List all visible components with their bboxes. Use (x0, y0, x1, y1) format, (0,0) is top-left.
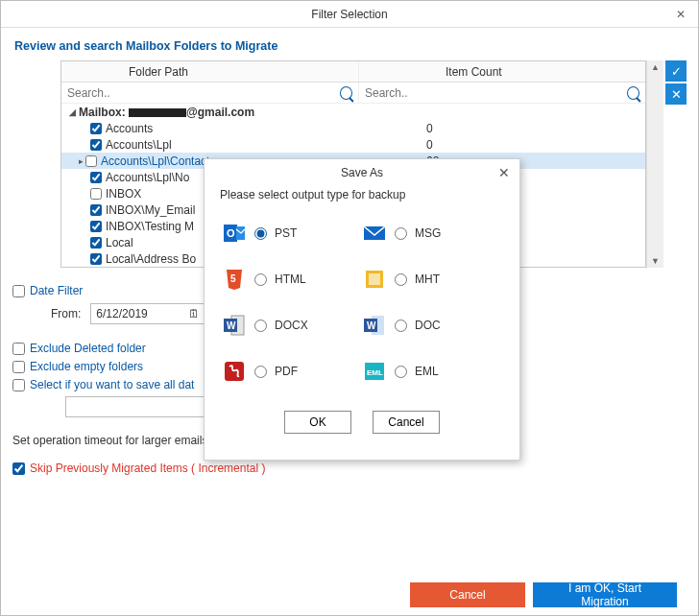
section-title: Review and search Mailbox Folders to Mig… (14, 39, 687, 53)
mail-icon (362, 221, 387, 246)
close-icon[interactable]: ✕ (498, 165, 510, 180)
option-html[interactable]: 5 HTML (222, 267, 362, 292)
table-row[interactable]: Accounts\Lpl0 (61, 136, 645, 153)
output-options-grid: O PST MSG 5 HTML MHT W DOCX W DOC (205, 213, 519, 384)
option-label: PDF (275, 365, 298, 378)
search-row (61, 83, 645, 104)
mht-icon (362, 267, 387, 292)
date-filter-checkbox[interactable] (12, 285, 25, 297)
word-icon: W (362, 313, 387, 338)
row-checkbox[interactable] (85, 155, 97, 167)
titlebar: Filter Selection ✕ (1, 1, 698, 28)
option-radio[interactable] (395, 320, 407, 332)
svg-text:O: O (227, 227, 235, 239)
skip-prev-label: Skip Previously Migrated Items ( Increme… (30, 462, 265, 475)
search-folder-cell (61, 83, 359, 103)
option-label: DOCX (275, 319, 308, 332)
svg-text:5: 5 (230, 273, 236, 284)
scroll-up-icon[interactable]: ▲ (651, 60, 660, 74)
close-icon[interactable]: ✕ (671, 5, 690, 24)
row-checkbox[interactable] (90, 139, 102, 151)
option-radio[interactable] (254, 273, 267, 286)
option-doc[interactable]: W DOC (362, 313, 502, 338)
option-label: MSG (415, 226, 441, 240)
modal-titlebar: Save As ✕ (205, 159, 519, 186)
row-checkbox[interactable] (90, 123, 102, 134)
date-filter-label: Date Filter (30, 284, 83, 297)
row-checkbox[interactable] (90, 204, 102, 216)
window-title: Filter Selection (311, 8, 387, 21)
svg-text:W: W (367, 320, 376, 331)
search-count-input[interactable] (365, 86, 627, 100)
modal-subtitle: Please select output type for backup (205, 186, 519, 213)
option-label: PST (275, 226, 297, 240)
mailbox-prefix: Mailbox: (79, 106, 126, 119)
option-label: MHT (415, 272, 440, 286)
option-radio[interactable] (254, 227, 267, 240)
row-checkbox[interactable] (90, 253, 102, 265)
row-checkbox[interactable] (90, 172, 102, 183)
col-header-count: Item Count (359, 61, 645, 82)
modal-buttons: OK Cancel (205, 411, 519, 434)
svg-text:W: W (227, 320, 236, 331)
save-as-dialog: Save As ✕ Please select output type for … (204, 158, 520, 461)
scrollbar[interactable]: ▲ ▼ (646, 60, 663, 268)
option-radio[interactable] (395, 227, 407, 240)
exclude-empty-label: Exclude empty folders (30, 360, 143, 373)
outlook-icon: O (222, 221, 247, 246)
search-icon[interactable] (340, 86, 352, 100)
html5-icon: 5 (222, 267, 247, 292)
exclude-empty-checkbox[interactable] (12, 361, 25, 373)
mailbox-suffix: @gmail.com (186, 106, 254, 119)
option-pst[interactable]: O PST (222, 221, 362, 246)
check-all-button[interactable]: ✓ (665, 60, 687, 82)
from-date-input[interactable]: 6/12/2019 🗓 (90, 303, 205, 324)
start-migration-button[interactable]: I am OK, Start Migration (533, 582, 677, 607)
calendar-icon[interactable]: 🗓 (188, 307, 200, 320)
row-pointer-icon: ▸ (79, 156, 84, 166)
col-header-folder: Folder Path (61, 61, 359, 82)
scroll-down-icon[interactable]: ▼ (651, 254, 660, 268)
ok-button[interactable]: OK (284, 411, 351, 434)
mailbox-root[interactable]: ◢ Mailbox: @gmail.com (61, 104, 645, 120)
option-docx[interactable]: W DOCX (222, 313, 362, 338)
collapse-icon[interactable]: ◢ (67, 107, 77, 117)
search-icon[interactable] (627, 86, 639, 100)
option-pdf[interactable]: PDF (222, 359, 362, 384)
word-icon: W (222, 313, 247, 338)
side-buttons: ✓ ✕ (665, 60, 687, 268)
row-checkbox[interactable] (90, 221, 102, 232)
pdf-icon (222, 359, 247, 384)
table-row[interactable]: Accounts0 (61, 120, 645, 136)
search-count-cell (359, 83, 645, 103)
exclude-deleted-label: Exclude Deleted folder (30, 342, 146, 355)
option-eml[interactable]: EML EML (362, 359, 502, 384)
svg-text:EML: EML (367, 368, 383, 377)
skip-prev-row: Skip Previously Migrated Items ( Increme… (12, 462, 687, 475)
eml-icon: EML (362, 359, 387, 384)
option-mht[interactable]: MHT (362, 267, 502, 292)
modal-cancel-button[interactable]: Cancel (373, 411, 440, 434)
from-label: From: (51, 307, 81, 320)
option-radio[interactable] (395, 366, 407, 378)
from-date-value: 6/12/2019 (96, 307, 147, 320)
option-label: DOC (415, 319, 441, 332)
save-all-checkbox[interactable] (12, 379, 25, 391)
option-radio[interactable] (254, 320, 267, 332)
mailbox-redacted (129, 108, 186, 117)
svg-rect-7 (369, 273, 380, 285)
table-header: Folder Path Item Count (61, 61, 645, 83)
uncheck-all-button[interactable]: ✕ (665, 83, 687, 105)
cancel-button[interactable]: Cancel (410, 582, 525, 607)
option-radio[interactable] (395, 273, 407, 286)
save-all-label: Select if you want to save all dat (30, 378, 194, 391)
option-radio[interactable] (254, 366, 267, 378)
exclude-deleted-checkbox[interactable] (12, 343, 25, 355)
row-checkbox[interactable] (90, 237, 102, 249)
skip-prev-checkbox[interactable] (12, 462, 25, 475)
option-label: HTML (275, 272, 306, 286)
option-msg[interactable]: MSG (362, 221, 502, 246)
row-checkbox[interactable] (90, 188, 102, 200)
search-folder-input[interactable] (67, 86, 340, 100)
option-label: EML (415, 365, 439, 378)
